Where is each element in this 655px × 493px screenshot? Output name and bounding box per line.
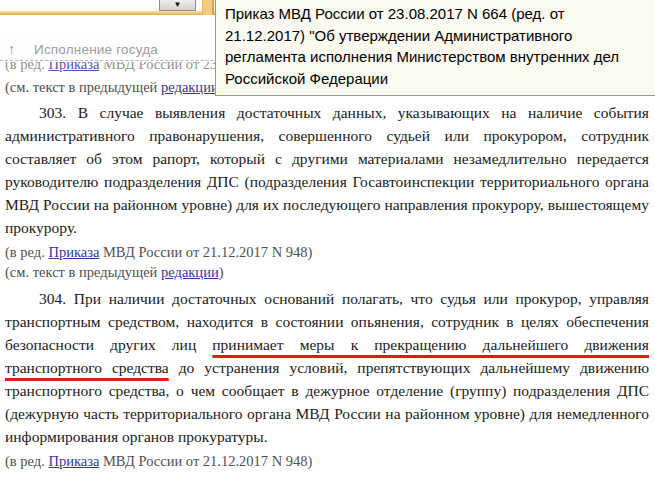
amendment-prefix: (в ред. — [5, 62, 48, 72]
note-text: (в ред. — [5, 244, 48, 260]
order-link[interactable]: Приказа — [48, 62, 99, 72]
note-text: (см. текст в предыдущей — [5, 79, 161, 95]
previous-edition-link[interactable]: редакции — [161, 79, 219, 95]
note-text: ) — [219, 264, 224, 280]
scroll-up-icon[interactable]: ↑ — [8, 41, 15, 57]
order-link[interactable]: Приказа — [48, 453, 99, 469]
note-text: (см. текст в предыдущей — [5, 264, 161, 280]
chevron-down-icon[interactable]: ▼ — [159, 0, 196, 11]
document-body: (в ред. Приказа МВД России от 23.08.2017… — [0, 62, 655, 471]
see-previous-edition-note: (см. текст в предыдущей редакции) — [5, 262, 649, 282]
note-text: МВД России от 21.12.2017 N 948) — [99, 453, 312, 469]
searchbox-right-edge — [202, 0, 214, 15]
amendment-note: (в ред. Приказа МВД России от 21.12.2017… — [5, 242, 649, 262]
paragraph-304: 304. При наличии достаточных оснований п… — [5, 287, 649, 448]
order-link[interactable]: Приказа — [48, 244, 99, 260]
document-title-tooltip: Приказ МВД России от 23.08.2017 N 664 (р… — [215, 0, 655, 96]
previous-edition-link[interactable]: редакции — [161, 264, 219, 280]
paragraph-303: 303. В случае выявления достаточных данн… — [5, 101, 649, 239]
amendment-note: (в ред. Приказа МВД России от 21.12.2017… — [5, 451, 649, 471]
section-title: Исполнение госуда — [34, 42, 158, 57]
note-text: МВД России от 21.12.2017 N 948) — [99, 244, 312, 260]
note-text: (в ред. — [5, 453, 48, 469]
